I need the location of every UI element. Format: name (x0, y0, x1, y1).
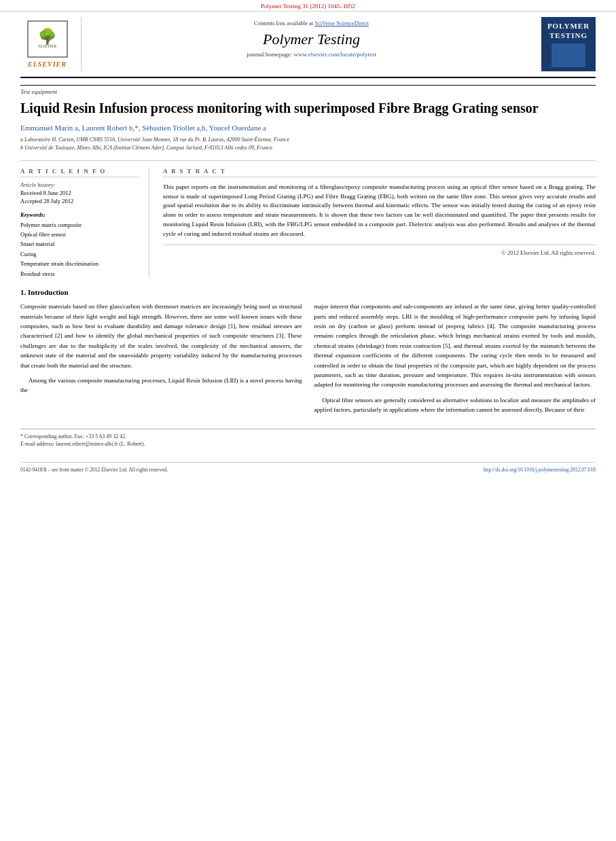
affiliation-b: b Université de Toulouse, Mines Albi, IC… (20, 144, 596, 152)
footnotes: * Corresponding author. Fax: +33 5 63 49… (20, 429, 596, 447)
badge-image (551, 43, 585, 67)
intro-para-1: Composite materials based on fibre glass… (20, 302, 302, 370)
keywords-label: Keywords: (20, 211, 139, 218)
body-col-left: Composite materials based on fibre glass… (20, 302, 302, 420)
intro-heading: 1. Introduction (20, 288, 596, 296)
body-col-right: major interest that components and sub-c… (314, 302, 596, 420)
top-bar: Polymer Testing 31 (2012) 1045–1052 (0, 0, 616, 12)
corresponding-author: * Corresponding author. Fax: +33 5 63 49… (20, 433, 596, 440)
article-title: Liquid Resin Infusion process monitoring… (20, 99, 596, 117)
abstract-title: A B S T R A C T (163, 168, 596, 177)
keyword-1: Polymer matrix composite (20, 220, 139, 230)
keyword-4: Curing (20, 249, 139, 259)
journal-homepage: journal homepage: www.elsevier.com/locat… (88, 51, 535, 58)
contents-line: Contents lists available at SciVerse Sci… (88, 20, 535, 26)
abstract-text: This paper reports on the instrumentatio… (163, 183, 596, 240)
received-date: Received 8 June 2012 (20, 190, 139, 196)
doi-link: http://dx.doi.org/10.1016/j.polymertesti… (484, 467, 596, 473)
article-info-title: A R T I C L E I N F O (20, 168, 139, 177)
intro-para-3: major interest that components and sub-c… (314, 302, 596, 390)
issn-info: 0142-9418/$ – see front matter © 2012 El… (20, 467, 168, 473)
polymer-testing-badge: POLYMER TESTING (541, 17, 596, 71)
accepted-date: Accepted 28 July 2012 (20, 198, 139, 204)
authors: Emmanuel Marin a, Laurent Robert b,*, Sé… (20, 124, 596, 132)
article-info-abstract: A R T I C L E I N F O Article history: R… (20, 160, 596, 279)
section-label: Test equipment (20, 85, 596, 95)
bottom-bar: 0142-9418/$ – see front matter © 2012 El… (20, 462, 596, 473)
main-content: Test equipment Liquid Resin Infusion pro… (0, 78, 616, 455)
abstract: A B S T R A C T This paper reports on th… (163, 168, 596, 279)
intro-para-4: Optical fibre sensors are generally cons… (314, 395, 596, 415)
article-info: A R T I C L E I N F O Article history: R… (20, 168, 149, 279)
journal-title: Polymer Testing (88, 31, 535, 48)
keyword-2: Optical fibre sensor (20, 230, 139, 239)
affiliations: a Laboratoire H. Curien, UMR CNRS 5516, … (20, 136, 596, 152)
keywords-list: Polymer matrix composite Optical fibre s… (20, 220, 139, 279)
keyword-3: Smart material (20, 239, 139, 249)
email-address: E-mail address: laurent.robert@mines-alb… (20, 441, 596, 447)
journal-center: Contents lists available at SciVerse Sci… (81, 17, 541, 71)
elsevier-logo: 🌳 ELSEVIER ELSEVIER (20, 17, 81, 71)
affiliation-a: a Laboratoire H. Curien, UMR CNRS 5516, … (20, 136, 596, 144)
keyword-6: Residual stress (20, 269, 139, 279)
introduction-section: 1. Introduction Composite materials base… (20, 288, 596, 420)
body-two-col: Composite materials based on fibre glass… (20, 302, 596, 420)
history-label: Article history: (20, 181, 139, 188)
elsevier-wordmark: ELSEVIER (28, 60, 67, 68)
journal-header: 🌳 ELSEVIER ELSEVIER Contents lists avail… (20, 12, 596, 78)
keyword-5: Temperature strain discrimination (20, 259, 139, 268)
copyright: © 2012 Elsevier Ltd. All rights reserved… (163, 245, 596, 256)
intro-para-2: Among the various composite manufacturin… (20, 376, 302, 395)
